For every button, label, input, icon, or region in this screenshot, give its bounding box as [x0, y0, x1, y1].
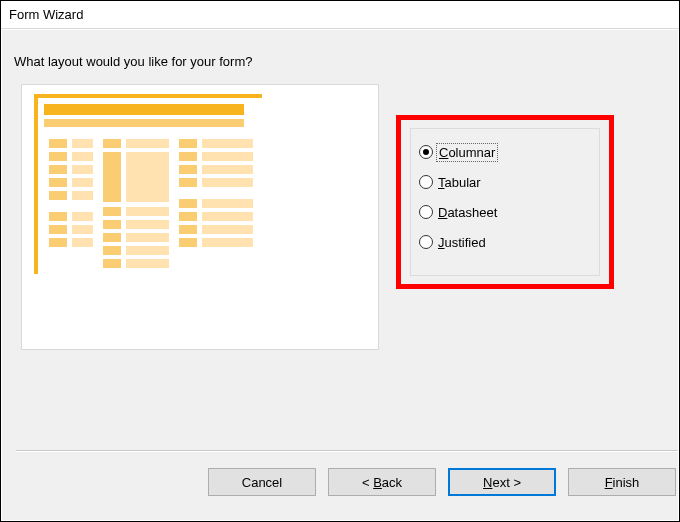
cancel-button[interactable]: Cancel [208, 468, 316, 496]
wizard-button-row: Cancel < Back Next > Finish [208, 468, 678, 496]
next-button[interactable]: Next > [448, 468, 556, 496]
wizard-question: What layout would you like for your form… [14, 54, 252, 69]
layout-preview [34, 94, 262, 274]
separator [16, 450, 678, 452]
window-title: Form Wizard [9, 7, 83, 22]
window-titlebar: Form Wizard [1, 1, 679, 29]
finish-button[interactable]: Finish [568, 468, 676, 496]
back-button[interactable]: < Back [328, 468, 436, 496]
client-area: What layout would you like for your form… [2, 30, 678, 520]
annotation-highlight [396, 115, 614, 289]
layout-preview-panel [21, 84, 379, 350]
